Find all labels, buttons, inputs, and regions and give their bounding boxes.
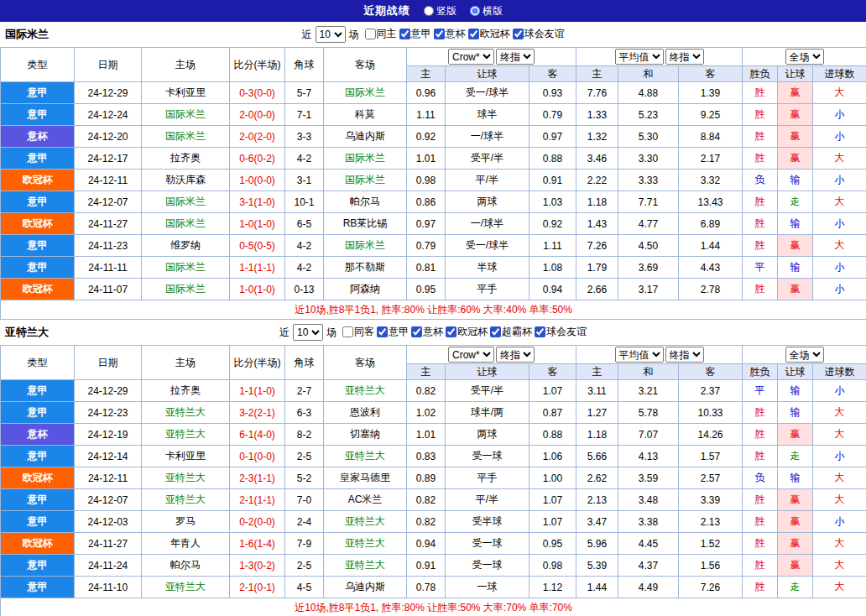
avg-draw-cell: 7.07 — [618, 424, 679, 446]
handicap-result-cell: 输 — [778, 467, 813, 489]
match-count-select[interactable]: 10 — [293, 324, 323, 341]
home-team-cell: 亚特兰大 — [142, 402, 230, 424]
competition-filter[interactable]: 意杯 — [411, 325, 443, 339]
avg-draw-cell: 4.50 — [618, 235, 679, 257]
col-score: 比分(半场) — [230, 346, 285, 380]
competition-filter[interactable]: 欧冠杯 — [446, 325, 488, 339]
away-team-cell: 亚特兰大 — [324, 555, 407, 577]
result-cell: 胜 — [743, 402, 778, 424]
odds-home-cell: 0.82 — [407, 380, 446, 402]
competition-filter[interactable]: 意甲 — [377, 325, 409, 339]
corner-cell: 5-2 — [285, 467, 324, 489]
away-team-cell: 那不勒斯 — [324, 257, 407, 279]
match-row: 意甲24-12-29卡利亚里0-3(0-0)5-7国际米兰0.96受一/球半0.… — [1, 82, 866, 104]
avg-home-cell: 1.43 — [576, 213, 618, 235]
odds-stage-select-2[interactable]: 终指 — [665, 49, 704, 65]
bookmaker-select[interactable]: Crow* — [448, 347, 494, 363]
type-cell: 欧冠杯 — [1, 170, 75, 191]
match-row: 意甲24-12-29拉齐奥1-1(1-0)2-7亚特兰大0.82受平/半1.07… — [1, 380, 866, 402]
scope-select[interactable]: 全场 — [785, 347, 824, 363]
avg-home-cell: 1.33 — [576, 104, 618, 126]
handicap-cell: 受一/球半 — [446, 82, 530, 104]
date-cell: 24-12-07 — [75, 191, 142, 213]
handicap-result-cell: 赢 — [778, 235, 813, 257]
competition-filter[interactable]: 球会友谊 — [513, 27, 565, 41]
avg-draw-cell: 3.59 — [618, 467, 679, 489]
competition-filter[interactable]: 意甲 — [399, 27, 431, 41]
col-home: 主场 — [142, 346, 230, 380]
filter-checkbox[interactable] — [399, 29, 410, 39]
date-cell: 24-12-29 — [75, 380, 142, 402]
date-cell: 24-12-07 — [75, 489, 142, 511]
vertical-layout-radio[interactable] — [424, 6, 434, 16]
goals-result-cell: 大 — [813, 424, 866, 446]
filter-checkbox[interactable] — [434, 29, 445, 39]
odds-home-cell: 0.94 — [407, 533, 446, 555]
competition-filter[interactable]: 同客 — [342, 325, 374, 339]
odds-stage-select-1[interactable]: 终指 — [496, 347, 535, 363]
competition-filter[interactable]: 同主 — [365, 27, 397, 41]
competition-filter[interactable]: 意杯 — [434, 27, 466, 41]
results-table: 类型 日期 主场 比分(半场) 角球 客场 Crow*终指 平均值终指 全场 — [0, 47, 866, 320]
match-row: 意甲24-12-03罗马0-2(0-0)2-4亚特兰大0.82受半球1.073.… — [1, 511, 866, 533]
filter-checkbox[interactable] — [342, 326, 353, 337]
corner-cell: 3-1 — [285, 170, 324, 191]
handicap-result-cell: 赢 — [778, 82, 813, 104]
competition-filter[interactable]: 欧冠杯 — [468, 27, 510, 41]
date-cell: 24-12-11 — [75, 170, 142, 191]
odds-stage-select-1[interactable]: 终指 — [496, 49, 535, 65]
col-avg-draw: 和 — [618, 364, 679, 380]
filter-label: 意甲 — [411, 27, 431, 41]
avg-home-cell: 1.44 — [576, 577, 618, 598]
goals-result-cell: 小 — [813, 446, 866, 467]
date-cell: 24-11-27 — [75, 533, 142, 555]
filter-checkbox[interactable] — [490, 326, 501, 337]
average-select[interactable]: 平均值 — [615, 347, 664, 363]
scope-select[interactable]: 全场 — [785, 49, 824, 65]
goals-result-cell: 大 — [813, 235, 866, 257]
goals-result-cell: 小 — [813, 511, 866, 533]
odds-home-cell: 0.82 — [407, 511, 446, 533]
away-team-cell: 切塞纳 — [324, 424, 407, 446]
goals-result-cell: 大 — [813, 402, 866, 424]
odds-home-cell: 0.89 — [407, 467, 446, 489]
odds-home-cell: 0.96 — [407, 82, 446, 104]
filter-checkbox[interactable] — [468, 29, 479, 39]
filter-checkbox[interactable] — [535, 326, 545, 337]
avg-home-cell: 2.66 — [576, 279, 618, 300]
odds-home-cell: 1.11 — [407, 104, 446, 126]
filter-checkbox[interactable] — [513, 29, 524, 39]
odds-away-cell: 0.87 — [530, 402, 576, 424]
layout-option-vertical[interactable]: 竖版 — [424, 4, 456, 18]
date-cell: 24-12-23 — [75, 402, 142, 424]
filter-checkbox[interactable] — [411, 326, 422, 337]
horizontal-layout-radio[interactable] — [470, 6, 480, 16]
odds-stage-select-2[interactable]: 终指 — [665, 347, 704, 363]
competition-filter[interactable]: 球会友谊 — [535, 325, 587, 339]
col-handicap: 让球 — [446, 66, 530, 82]
avg-home-cell: 2.62 — [576, 467, 618, 489]
near-label: 近 — [279, 326, 290, 340]
goals-result-cell: 小 — [813, 257, 866, 279]
filter-checkbox[interactable] — [365, 29, 376, 39]
handicap-cell: 受一球 — [446, 533, 530, 555]
type-cell: 意甲 — [1, 402, 75, 424]
date-cell: 24-11-27 — [75, 213, 142, 235]
match-count-select[interactable]: 10 — [316, 26, 346, 43]
competition-filter[interactable]: 超霸杯 — [490, 325, 532, 339]
bookmaker-select[interactable]: Crow* — [448, 49, 494, 65]
col-avg-away: 客 — [679, 66, 743, 82]
corner-cell: 2-4 — [285, 511, 324, 533]
filter-checkbox[interactable] — [446, 326, 456, 337]
type-cell: 欧冠杯 — [1, 467, 75, 489]
corner-cell: 6-3 — [285, 402, 324, 424]
type-cell: 意甲 — [1, 446, 75, 467]
layout-option-horizontal[interactable]: 横版 — [470, 4, 503, 18]
filter-checkbox[interactable] — [377, 326, 388, 337]
result-cell: 负 — [743, 467, 778, 489]
average-select[interactable]: 平均值 — [615, 49, 664, 65]
avg-draw-cell: 3.33 — [618, 170, 679, 191]
date-cell: 24-12-11 — [75, 467, 142, 489]
corner-cell: 2-5 — [285, 555, 324, 577]
odds-home-cell: 0.86 — [407, 191, 446, 213]
